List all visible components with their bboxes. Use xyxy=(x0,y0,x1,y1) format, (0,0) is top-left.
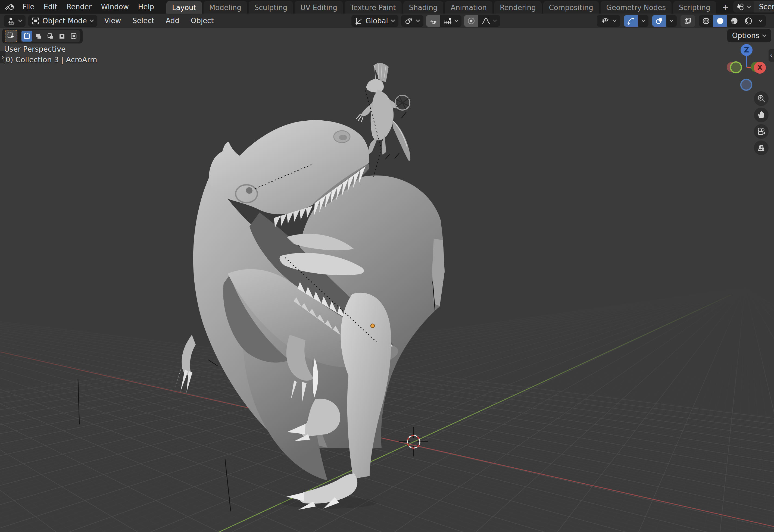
select-mode-subtract[interactable] xyxy=(45,31,56,42)
tab-modeling[interactable]: Modeling xyxy=(204,1,247,14)
tab-scripting[interactable]: Scripting xyxy=(673,1,716,14)
shading-rendered-button[interactable] xyxy=(741,15,756,27)
blender-logo-icon[interactable] xyxy=(4,3,15,11)
gizmo-x-label: X xyxy=(757,64,763,72)
menu-edit[interactable]: Edit xyxy=(39,0,62,14)
proportional-editing-group xyxy=(464,15,500,27)
gizmo-axis-neg-z[interactable] xyxy=(741,79,752,90)
xray-toggle[interactable] xyxy=(681,15,695,27)
scene-selector: Scene xyxy=(733,1,774,12)
proportional-falloff-dropdown[interactable] xyxy=(478,15,500,27)
tab-geometry-nodes[interactable]: Geometry Nodes xyxy=(601,1,672,14)
select-mode-intersect[interactable] xyxy=(68,31,79,42)
show-object-types-dropdown[interactable] xyxy=(597,15,620,27)
zoom-icon xyxy=(757,94,766,103)
view-perspective-label: User Perspective xyxy=(4,45,66,53)
rendered-sphere-icon xyxy=(744,17,753,25)
gizmo-axis-neg-y[interactable] xyxy=(731,62,741,73)
chevron-down-icon xyxy=(669,19,674,22)
shading-material-button[interactable] xyxy=(727,15,741,27)
workspace-tabs: Layout Modeling Sculpting UV Editing Tex… xyxy=(166,0,733,14)
shading-mode-group xyxy=(699,15,766,27)
select-extend-icon xyxy=(35,33,42,40)
zoom-view-button[interactable] xyxy=(754,91,769,106)
snap-toggle[interactable] xyxy=(426,15,440,27)
menu-file[interactable]: File xyxy=(18,0,39,14)
tab-rendering[interactable]: Rendering xyxy=(494,1,542,14)
transform-orientation-dropdown[interactable]: Global xyxy=(351,15,398,27)
floor-grid xyxy=(0,28,774,532)
snap-settings-dropdown[interactable] xyxy=(440,15,461,27)
active-tool-select-box[interactable] xyxy=(5,30,17,42)
menu-render[interactable]: Render xyxy=(62,0,96,14)
wireframe-sphere-icon xyxy=(702,17,710,25)
toolbar-expand-arrow[interactable]: › xyxy=(0,51,5,63)
gizmos-group xyxy=(624,15,648,27)
tab-animation[interactable]: Animation xyxy=(445,1,492,14)
viewport-3d[interactable]: Options User Perspective (0) Collection … xyxy=(0,28,774,532)
visibility-eye-icon xyxy=(600,17,610,25)
select-set-icon xyxy=(23,33,30,40)
tab-uv-editing[interactable]: UV Editing xyxy=(295,1,343,14)
menu-select[interactable]: Select xyxy=(128,14,159,28)
armature-bone-wires xyxy=(78,90,435,511)
editor-type-button[interactable] xyxy=(4,15,26,27)
options-dropdown[interactable]: Options xyxy=(727,29,771,42)
show-overlays-toggle[interactable] xyxy=(652,15,666,27)
solid-sphere-icon xyxy=(716,17,724,25)
camera-icon xyxy=(757,127,766,136)
tab-compositing[interactable]: Compositing xyxy=(543,1,599,14)
editor-3d-viewport-icon xyxy=(7,17,15,25)
select-mode-set[interactable] xyxy=(21,31,32,42)
chevron-down-icon xyxy=(762,34,766,37)
pivot-point-dropdown[interactable] xyxy=(401,15,423,27)
shading-dropdown[interactable] xyxy=(756,15,766,27)
pan-view-button[interactable] xyxy=(754,108,769,122)
overlays-dropdown[interactable] xyxy=(666,15,677,27)
topbar: File Edit Render Window Help Layout Mode… xyxy=(0,0,774,14)
gizmo-icon xyxy=(627,17,635,25)
scene-name-field[interactable]: Scene xyxy=(754,1,774,12)
menu-help[interactable]: Help xyxy=(133,0,159,14)
select-mode-invert[interactable] xyxy=(57,31,67,42)
camera-view-button[interactable] xyxy=(754,124,769,139)
tab-sculpting[interactable]: Sculpting xyxy=(249,1,293,14)
select-mode-extend[interactable] xyxy=(33,31,44,42)
menu-add[interactable]: Add xyxy=(161,14,184,28)
material-preview-sphere-icon xyxy=(730,17,738,25)
show-gizmos-toggle[interactable] xyxy=(624,15,638,27)
object-mode-icon xyxy=(32,17,40,25)
menu-window[interactable]: Window xyxy=(96,0,133,14)
menu-view[interactable]: View xyxy=(100,14,126,28)
shading-solid-button[interactable] xyxy=(713,15,727,27)
shading-wireframe-button[interactable] xyxy=(699,15,713,27)
xray-icon xyxy=(684,17,692,25)
axis-y-green xyxy=(219,295,731,532)
gizmo-z-label: Z xyxy=(744,46,749,54)
blender-window: File Edit Render Window Help Layout Mode… xyxy=(0,0,774,532)
orientation-label: Global xyxy=(366,17,388,25)
select-intersect-icon xyxy=(70,33,77,40)
toggle-ortho-button[interactable] xyxy=(754,140,769,155)
object-origin-dot xyxy=(371,324,374,328)
add-workspace-button[interactable]: + xyxy=(718,1,733,14)
select-mode-group xyxy=(21,30,80,42)
scene-browse-button[interactable] xyxy=(733,1,754,12)
chevron-down-icon xyxy=(391,19,395,22)
snap-increments-icon xyxy=(443,17,452,25)
mode-dropdown[interactable]: Object Mode xyxy=(28,15,97,27)
pan-hand-icon xyxy=(757,111,766,119)
chevron-down-icon xyxy=(90,19,94,22)
empty-wheel-widget[interactable] xyxy=(395,95,410,110)
tab-layout[interactable]: Layout xyxy=(166,1,202,14)
menu-object[interactable]: Object xyxy=(186,14,218,28)
axis-x-red xyxy=(0,352,774,527)
overlays-group xyxy=(652,15,677,27)
chevron-down-icon xyxy=(416,19,420,22)
tab-texture-paint[interactable]: Texture Paint xyxy=(345,1,402,14)
chevron-down-icon xyxy=(747,5,751,8)
gizmos-dropdown[interactable] xyxy=(638,15,648,27)
tab-shading[interactable]: Shading xyxy=(403,1,444,14)
proportional-editing-toggle[interactable] xyxy=(464,15,478,27)
proportional-editing-icon xyxy=(467,17,475,25)
